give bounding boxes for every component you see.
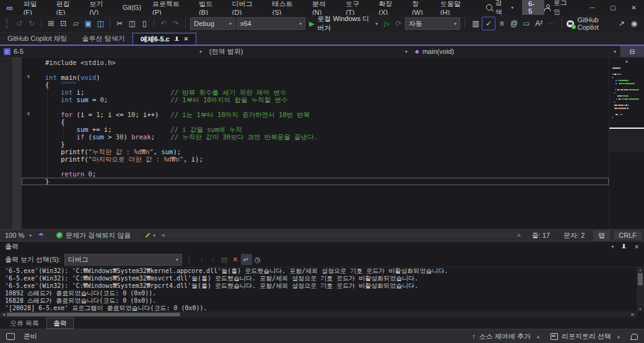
scroll-down-icon[interactable]: ▼ — [638, 307, 643, 311]
save-icon[interactable]: ▣ — [82, 17, 94, 30]
navigate-dim-icon[interactable]: ⋯ — [545, 17, 557, 30]
toolbar-grip[interactable] — [6, 19, 9, 28]
search-menu[interactable]: 검색 ▾ — [486, 0, 513, 17]
save-all-icon[interactable]: ◫ — [94, 17, 107, 30]
scrollbar-thumb[interactable] — [7, 313, 180, 316]
scroll-right-icon[interactable]: ▶ — [632, 312, 635, 317]
minimap-column[interactable]: ▲ — [609, 58, 644, 229]
new-project-icon[interactable]: ⊞ — [45, 17, 57, 30]
start-debugging-button[interactable]: ▶ 로컬 Windows 디버거 ▾ — [307, 14, 380, 33]
attach-dropdown[interactable]: 자동 ▾ — [405, 17, 460, 30]
keyboard-icon[interactable]: ▭ — [520, 17, 533, 30]
notifications-bell-icon[interactable] — [631, 334, 638, 339]
breakpoint-margin[interactable] — [12, 58, 22, 229]
select-repository-button[interactable]: 리포지토리 선택 ▴ — [550, 332, 620, 341]
share-icon[interactable]: ↗ — [616, 17, 628, 30]
line-indicator[interactable]: 줄: 17 — [527, 231, 555, 240]
clear-all-icon[interactable]: ✕ — [230, 254, 241, 265]
code-line: { — [22, 118, 609, 126]
document-tab[interactable]: GitHub Copilot 채팅 — [0, 33, 75, 45]
timestamp-icon[interactable]: ◷ — [252, 254, 263, 265]
code-token: } — [45, 178, 49, 185]
solution-configuration-dropdown[interactable]: Debug ▾ — [190, 17, 235, 30]
output-body[interactable]: '6-5.exe'(Win32): 'C:₩Windows₩System32₩k… — [0, 267, 644, 318]
send-feedback-icon[interactable]: ◉ — [628, 17, 640, 30]
column-indicator[interactable]: 문자: 2 — [559, 231, 590, 240]
start-without-debugging-button[interactable]: ▷ — [381, 17, 392, 30]
nav-forward-icon[interactable]: ↻ — [25, 17, 38, 30]
hot-reload-button[interactable]: ⟳ — [393, 17, 404, 30]
search-input[interactable]: 6-5 — [522, 0, 544, 16]
cut-icon[interactable]: ✂ — [113, 17, 126, 30]
output-header[interactable]: 출력 ▾ ✕ — [0, 241, 644, 252]
member-dropdown[interactable]: ◆ main(void) ▾ — [411, 46, 620, 57]
code-token: for — [61, 111, 72, 118]
eol-indicator[interactable]: CRLF — [614, 231, 642, 240]
pin-icon[interactable] — [621, 244, 627, 250]
output-horizontal-scrollbar[interactable]: ◀ ▶ — [0, 311, 637, 318]
document-health-indicator[interactable]: ✓ 문제가 검색되지 않음 — [56, 231, 131, 240]
redo-icon[interactable]: ↷ — [170, 17, 182, 30]
add-item-icon[interactable]: ⊡ — [57, 17, 69, 30]
copy-output-icon[interactable]: ▤ — [219, 254, 230, 265]
panel-tab[interactable]: 오류 목록 — [4, 318, 45, 329]
scope-dropdown[interactable]: (전역 범위) ▾ — [206, 46, 411, 57]
scroll-right-icon[interactable]: ▶ — [518, 233, 521, 238]
scroll-left-icon[interactable]: ◀ — [2, 312, 5, 317]
tab-mode-indicator[interactable]: 탭 — [593, 230, 610, 241]
zoom-dropdown[interactable]: 100 % ▾ — [2, 232, 34, 239]
panel-tab[interactable]: 출력 — [46, 318, 74, 329]
separator — [189, 254, 189, 264]
code-line: ∨ for (i = 1; i <= 10; i++) // i는 1부터 10… — [22, 111, 609, 118]
close-tab-icon[interactable]: ✕ — [184, 36, 189, 42]
compare-documents-icon[interactable]: ▥ — [469, 17, 482, 30]
scrollbar-thumb[interactable] — [638, 273, 643, 285]
close-button[interactable]: ✕ — [624, 0, 644, 15]
word-wrap-icon[interactable]: ↵ — [241, 254, 252, 265]
spell-check-icon[interactable]: ✓ — [482, 17, 495, 30]
code-token: 10 — [128, 111, 136, 118]
indent-icon[interactable]: ≡ — [495, 17, 508, 30]
minimap[interactable] — [612, 66, 640, 119]
maximize-button[interactable]: ▢ — [603, 0, 623, 15]
github-copilot-button[interactable]: ✓ GitHub Copilot — [567, 16, 614, 31]
goto-previous-message-icon[interactable]: ↑ — [196, 254, 207, 265]
editor-horizontal-scrollbar[interactable]: ◀ ▶ — [159, 232, 523, 238]
copy-icon[interactable]: ◫ — [126, 17, 138, 30]
code-line: ∨int main(void) — [22, 74, 609, 81]
code-editor[interactable]: #include <stdio.h>∨int main(void){ int i… — [0, 58, 644, 229]
window-position-icon[interactable]: ▾ — [611, 244, 614, 250]
paste-icon[interactable]: ▯ — [138, 17, 150, 30]
close-panel-icon[interactable]: ✕ — [634, 244, 639, 250]
scroll-left-icon[interactable]: ◀ — [161, 233, 164, 238]
accessibility-icon[interactable]: ☂ — [38, 232, 44, 240]
ink-edit-button[interactable]: ▾ — [145, 233, 155, 238]
add-to-source-control-button[interactable]: ↑ 소스 제어에 추가 ▴ — [472, 332, 539, 341]
split-window-button[interactable]: ⊟ — [620, 46, 644, 57]
code-token: "누적한 값 : %d₩n" — [89, 148, 154, 155]
code-area[interactable]: #include <stdio.h>∨int main(void){ int i… — [22, 58, 609, 229]
minimize-button[interactable]: ─ — [582, 0, 603, 15]
comment-at-icon[interactable]: @ — [508, 17, 520, 30]
pin-icon[interactable] — [174, 37, 180, 42]
text-case-icon[interactable]: A² — [533, 17, 545, 30]
menu-item[interactable]: Git(G) — [117, 2, 147, 13]
code-token: break — [131, 133, 151, 141]
undo-icon[interactable]: ↶ — [157, 17, 170, 30]
goto-next-message-icon[interactable]: ↓ — [207, 254, 219, 265]
feedback-bubble-icon[interactable] — [6, 333, 15, 340]
minimap-viewport[interactable] — [609, 129, 644, 152]
fold-collapse-icon[interactable]: ∨ — [25, 73, 32, 80]
nav-back-icon[interactable]: ↺ — [13, 17, 25, 30]
fold-collapse-icon[interactable]: ∨ — [25, 110, 32, 118]
open-folder-icon[interactable]: ▱ — [69, 17, 82, 30]
document-tab[interactable]: 솔루션 탐색기 — [75, 33, 133, 45]
output-vertical-scrollbar[interactable]: ▲ ▼ — [637, 267, 644, 311]
scroll-up-icon[interactable]: ▲ — [609, 59, 644, 63]
output-source-dropdown[interactable]: 디버그 ▾ — [64, 254, 182, 266]
solution-platform-dropdown[interactable]: x64 ▾ — [237, 17, 305, 30]
scroll-up-icon[interactable]: ▲ — [638, 267, 643, 272]
project-dropdown[interactable]: C 6-5 ▾ — [0, 46, 206, 57]
document-tab[interactable]: 예제6-5.c✕ — [133, 33, 197, 45]
sign-in-button[interactable]: 로그인 — [544, 0, 573, 17]
